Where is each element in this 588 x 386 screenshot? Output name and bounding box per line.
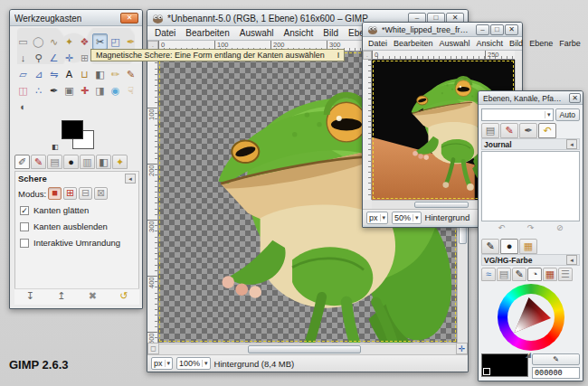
tool-clone[interactable]: ▣ bbox=[62, 82, 77, 99]
close-button[interactable]: ✕ bbox=[120, 13, 138, 24]
panel-menu-button[interactable]: ◂ bbox=[566, 139, 577, 149]
vertical-ruler[interactable]: 0100200300400500 bbox=[147, 52, 158, 343]
tab-paint[interactable]: ✎ bbox=[512, 268, 526, 281]
tab-tools[interactable]: ✒ bbox=[519, 123, 537, 138]
undo-history-list[interactable] bbox=[481, 151, 580, 221]
tab-palettes[interactable]: ● bbox=[63, 155, 79, 169]
color-wheel[interactable] bbox=[498, 284, 564, 351]
tool-flip[interactable]: ⇋ bbox=[46, 66, 62, 82]
color-picker-icon[interactable]: ◢ bbox=[526, 351, 531, 359]
button-reset-options[interactable]: ↺ bbox=[117, 290, 131, 304]
tool-bucket-fill[interactable]: ⊔ bbox=[77, 66, 92, 82]
maximize-button[interactable]: □ bbox=[490, 24, 504, 35]
tool-eraser[interactable]: ◫ bbox=[15, 82, 31, 99]
menu-ansicht[interactable]: Ansicht bbox=[474, 38, 507, 49]
tool-scissors[interactable]: ✂ bbox=[92, 33, 108, 50]
tool-pencil[interactable]: ✏ bbox=[108, 66, 123, 82]
tool-zoom[interactable]: ⚲ bbox=[31, 50, 46, 66]
tool-perspective[interactable]: ⊿ bbox=[31, 66, 46, 82]
tab-tool-options[interactable]: ✐ bbox=[14, 155, 30, 169]
tool-blend[interactable]: ◧ bbox=[92, 66, 108, 82]
zoom-combo[interactable]: 100% ▾ bbox=[176, 357, 211, 370]
menu-ebene[interactable]: Ebene bbox=[526, 38, 555, 49]
tab-layers[interactable]: ▤ bbox=[481, 123, 499, 138]
undo-button[interactable]: ↶ bbox=[493, 223, 509, 235]
tool-text[interactable]: A bbox=[62, 66, 77, 82]
checkbox[interactable] bbox=[20, 239, 29, 248]
tool-perspective-clone[interactable]: ◨ bbox=[92, 82, 108, 99]
tool-smudge[interactable]: ☟ bbox=[123, 82, 138, 99]
menu-ansicht[interactable]: Ansicht bbox=[280, 27, 318, 39]
menu-bild[interactable]: Bild bbox=[507, 38, 526, 49]
edit-color-button[interactable]: ✎ bbox=[532, 353, 580, 365]
mode-replace[interactable]: ■ bbox=[48, 187, 62, 200]
checkbox-interactive-boundary[interactable]: Interaktive Umrandung bbox=[15, 234, 138, 250]
tab-cmyk[interactable]: ▤ bbox=[497, 268, 511, 281]
horizontal-ruler[interactable]: 0250500 bbox=[372, 51, 515, 60]
navigation-button[interactable]: ✛ bbox=[456, 343, 468, 354]
menu-datei[interactable]: Datei bbox=[150, 27, 180, 39]
menu-farbe[interactable]: Farbe bbox=[556, 38, 583, 49]
menu-bearbeiten[interactable]: Bearbeiten bbox=[391, 38, 436, 49]
tool-paths[interactable]: ✒ bbox=[123, 33, 138, 50]
foreground-color-swatch[interactable] bbox=[62, 120, 83, 139]
hex-input[interactable] bbox=[532, 367, 580, 379]
panel-menu-button[interactable]: ◂ bbox=[125, 174, 136, 184]
tab-scales[interactable]: ☰ bbox=[558, 268, 573, 281]
checkbox[interactable]: ✓ bbox=[20, 206, 29, 215]
quickmask-button[interactable]: ◻ bbox=[147, 343, 159, 354]
clear-history-button[interactable]: ⊘ bbox=[552, 223, 568, 235]
button-save-options[interactable]: ↧ bbox=[23, 290, 37, 304]
tool-airbrush[interactable]: ∴ bbox=[31, 82, 46, 99]
second-titlebar[interactable]: *White_lipped_tree_frog_cairns_jan_8_20.… bbox=[363, 23, 522, 37]
tab-brushes[interactable]: ✎ bbox=[500, 123, 518, 138]
checkbox[interactable] bbox=[20, 222, 29, 231]
unit-combo[interactable]: px ▾ bbox=[366, 212, 388, 224]
menu-bild[interactable]: Bild bbox=[318, 27, 343, 39]
tool-select-by-color[interactable]: ❖ bbox=[77, 33, 92, 50]
tool-move[interactable]: ✛ bbox=[62, 50, 77, 66]
tool-dodge-burn[interactable]: ◐ bbox=[15, 99, 31, 115]
tab-patterns[interactable]: ▤ bbox=[47, 155, 62, 169]
tab-fg-bg-color[interactable]: ● bbox=[500, 239, 518, 254]
tab-watercolor[interactable]: ≈ bbox=[481, 268, 496, 281]
tab-gradients[interactable]: ◧ bbox=[96, 155, 111, 169]
tab-patterns[interactable]: ▦ bbox=[519, 239, 537, 254]
menu-datei[interactable]: Datei bbox=[365, 38, 390, 49]
button-restore-options[interactable]: ↥ bbox=[54, 290, 69, 304]
tool-paintbrush[interactable]: ✎ bbox=[123, 66, 138, 82]
tab-brushes[interactable]: ✎ bbox=[481, 239, 499, 254]
dock-titlebar[interactable]: Ebenen, Kanäle, Pfade, Rückgäng… ✕ bbox=[479, 91, 583, 105]
button-delete-options[interactable]: ✖ bbox=[85, 290, 100, 304]
toolbox-titlebar[interactable]: Werkzeugkasten ✕ bbox=[10, 10, 142, 26]
current-color-swatch[interactable]: ◢ bbox=[481, 353, 528, 377]
unit-combo[interactable]: px ▾ bbox=[151, 357, 173, 370]
tool-shear[interactable]: ▱ bbox=[15, 66, 31, 82]
horizontal-scrollbar[interactable] bbox=[159, 344, 456, 354]
tool-rectangle-select[interactable]: ▭ bbox=[15, 33, 31, 50]
tab-images[interactable]: ▥ bbox=[80, 155, 95, 169]
tab-undo-history[interactable]: ↶ bbox=[538, 123, 556, 138]
tool-heal[interactable]: ✚ bbox=[77, 82, 92, 99]
tool-fuzzy-select[interactable]: ✦ bbox=[62, 33, 77, 50]
mode-add[interactable]: ⊞ bbox=[63, 187, 77, 200]
image-select-combo[interactable]: ▾ bbox=[481, 108, 554, 121]
minimize-button[interactable]: – bbox=[476, 24, 489, 35]
menu-auswahl[interactable]: Auswahl bbox=[437, 38, 473, 49]
close-button[interactable]: ✕ bbox=[505, 24, 518, 35]
checkbox-feather[interactable]: Kanten ausblenden bbox=[15, 218, 138, 234]
menu-auswahl[interactable]: Auswahl bbox=[235, 27, 279, 39]
tab-fonts[interactable]: ✦ bbox=[112, 155, 128, 169]
zoom-combo[interactable]: 50% ▾ bbox=[392, 212, 422, 224]
tool-blur-sharpen[interactable]: ◉ bbox=[108, 82, 123, 99]
scroll-thumb[interactable] bbox=[248, 345, 361, 353]
close-button[interactable]: ✕ bbox=[569, 93, 581, 103]
vertical-ruler[interactable] bbox=[363, 60, 372, 200]
tab-wheel[interactable]: ◔ bbox=[527, 268, 542, 281]
tool-free-select[interactable]: ∿ bbox=[46, 33, 62, 50]
mode-intersect[interactable]: ⊠ bbox=[94, 187, 108, 200]
tool-ink[interactable]: ✒ bbox=[46, 82, 62, 99]
tab-brushes[interactable]: ✎ bbox=[31, 155, 46, 169]
tool-color-picker[interactable]: ↓ bbox=[15, 50, 31, 66]
ruler-corner-button[interactable]: · bbox=[363, 51, 372, 60]
